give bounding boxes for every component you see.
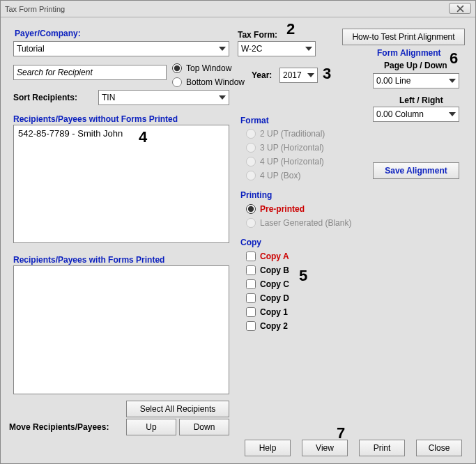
up-button[interactable]: Up (126, 419, 176, 435)
copy-2-label: Copy 2 (260, 321, 288, 331)
view-button[interactable]: View (302, 440, 348, 456)
format-label: Format (240, 116, 269, 125)
callout-4: 4 (139, 128, 147, 146)
laser-radio (246, 218, 256, 228)
format-4uph-label: 4 UP (Horizontal) (260, 157, 324, 167)
format-2up-label: 2 UP (Traditional) (260, 129, 325, 139)
preprinted-label: Pre-printed (260, 204, 305, 214)
format-4upb-label: 4 UP (Box) (260, 171, 300, 180)
printing-label: Printing (240, 190, 272, 200)
window-close-button[interactable] (449, 3, 471, 14)
tax-form-label: Tax Form: (238, 30, 277, 40)
copy-d-label: Copy D (260, 293, 289, 303)
left-right-label: Left / Right (399, 95, 443, 105)
window-title: Tax Form Printing (5, 5, 65, 13)
copy-c-check[interactable] (246, 279, 256, 289)
callout-5: 5 (299, 267, 307, 285)
copy-b-label: Copy B (260, 265, 289, 275)
bottom-window-label: Bottom Window (186, 77, 245, 87)
page-up-down-label: Page Up / Down (384, 61, 447, 70)
copy-a-label: Copy A (260, 252, 289, 261)
year-label: Year: (252, 70, 272, 80)
close-icon (456, 5, 464, 13)
down-button[interactable]: Down (179, 419, 229, 435)
callout-3: 3 (323, 65, 331, 83)
howto-button[interactable]: How-to Test Print Alignment (342, 29, 465, 45)
sort-label: Sort Recipients: (13, 93, 77, 102)
without-list-label: Recipients/Payees without Forms Printed (13, 114, 178, 124)
without-list[interactable]: 542-85-7789 - Smith John (13, 125, 229, 243)
form-alignment-label: Form Alignment (377, 48, 441, 58)
print-button[interactable]: Print (359, 440, 405, 456)
preprinted-radio[interactable] (246, 204, 256, 214)
copy-2-check[interactable] (246, 321, 256, 331)
search-input[interactable] (13, 65, 167, 80)
format-4uph-radio (246, 157, 256, 167)
copy-label: Copy (240, 238, 261, 247)
close-button[interactable]: Close (416, 440, 462, 456)
callout-2: 2 (286, 20, 295, 38)
format-3up-label: 3 UP (Horizontal) (260, 143, 324, 153)
format-2up-radio (246, 129, 256, 139)
line-select[interactable]: 0.00 Line (373, 73, 459, 88)
top-window-radio[interactable] (172, 63, 182, 73)
laser-label: Laser Generated (Blank) (260, 218, 351, 228)
copy-d-check[interactable] (246, 293, 256, 303)
payer-company-label: Payer/Company: (15, 29, 81, 38)
with-list[interactable] (13, 265, 229, 394)
sort-select[interactable]: TIN (98, 90, 229, 105)
format-3up-radio (246, 143, 256, 153)
tax-form-select[interactable]: W-2C (238, 41, 316, 56)
list-item[interactable]: 542-85-7789 - Smith John (18, 128, 224, 139)
year-select[interactable]: 2017 (279, 68, 318, 83)
column-select[interactable]: 0.00 Column (373, 107, 459, 122)
callout-6: 6 (450, 49, 458, 68)
help-button[interactable]: Help (245, 440, 291, 456)
top-window-label: Top Window (186, 63, 231, 73)
move-label: Move Recipients/Payees: (9, 422, 109, 432)
save-alignment-button[interactable]: Save Alignment (373, 162, 459, 179)
select-all-button[interactable]: Select All Recipients (126, 401, 229, 417)
copy-1-check[interactable] (246, 307, 256, 317)
bottom-window-radio[interactable] (172, 77, 182, 87)
copy-1-label: Copy 1 (260, 307, 288, 317)
with-list-label: Recipients/Payees with Forms Printed (13, 255, 164, 265)
copy-b-check[interactable] (246, 265, 256, 275)
payer-company-select[interactable]: Tutorial (13, 41, 229, 56)
copy-a-check[interactable] (246, 252, 256, 261)
format-4upb-radio (246, 171, 256, 180)
copy-c-label: Copy C (260, 279, 289, 289)
